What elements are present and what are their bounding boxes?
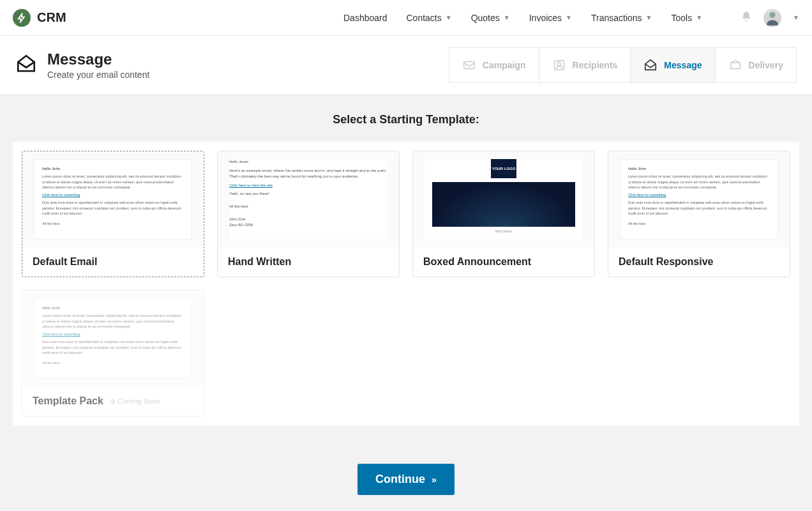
template-hand-written[interactable]: Hello Janet Here's an example email, whe…	[217, 151, 400, 277]
main-content: Select a Starting Template: Hello John L…	[0, 95, 812, 511]
step-recipients[interactable]: Recipients	[539, 47, 631, 83]
chevron-down-icon: ▼	[696, 14, 702, 21]
brand-name: CRM	[37, 10, 66, 25]
chevron-down-icon: ▼	[646, 14, 652, 21]
template-preview: YOUR LOGO Hello Martin	[413, 151, 594, 247]
chevron-down-icon[interactable]: ▼	[793, 14, 799, 21]
nav-tools[interactable]: Tools ▼	[672, 13, 703, 23]
template-preview: Hello John Lorem ipsum dolor sit amet, c…	[22, 151, 204, 247]
page-title: Message	[47, 50, 149, 68]
template-name: Template Pack	[33, 395, 103, 407]
template-name: Default Responsive	[619, 256, 713, 268]
logo-placeholder: YOUR LOGO	[491, 159, 516, 178]
template-name: Boxed Announcement	[423, 256, 531, 268]
coming-soon-badge: ⊘ Coming Soon	[110, 397, 160, 406]
chevron-down-icon: ▼	[446, 14, 452, 21]
section-title: Select a Starting Template:	[0, 113, 812, 126]
template-default-email[interactable]: Hello John Lorem ipsum dolor sit amet, c…	[22, 151, 204, 277]
step-message[interactable]: Message	[631, 47, 715, 83]
page-subheader: Message Create your email content Campai…	[0, 36, 812, 95]
page-subtitle: Create your email content	[47, 70, 149, 80]
svg-rect-1	[464, 62, 475, 69]
user-avatar[interactable]	[763, 9, 781, 27]
template-template-pack[interactable]: Hello John Lorem ipsum dolor sit amet, c…	[22, 290, 204, 416]
hero-image	[432, 182, 575, 227]
template-name: Default Email	[33, 256, 97, 268]
brand[interactable]: CRM	[13, 9, 66, 27]
template-name: Hand Written	[228, 256, 291, 268]
svg-point-3	[557, 62, 561, 66]
wizard-steps: Campaign Recipients Message Delivery	[449, 47, 797, 83]
main-nav: Dashboard Contacts ▼ Quotes ▼ Invoices ▼…	[343, 9, 799, 27]
template-boxed-announcement[interactable]: YOUR LOGO Hello Martin Boxed Announcemen…	[412, 151, 595, 277]
brand-logo-icon	[13, 9, 31, 27]
continue-button[interactable]: Continue »	[357, 464, 455, 495]
svg-point-0	[769, 11, 775, 17]
templates-panel: Hello John Lorem ipsum dolor sit amet, c…	[13, 142, 799, 425]
template-preview: Hello John Lorem ipsum dolor sit amet, c…	[608, 151, 790, 247]
notifications-icon[interactable]	[741, 11, 752, 25]
top-navbar: CRM Dashboard Contacts ▼ Quotes ▼ Invoic…	[0, 0, 812, 36]
nav-dashboard[interactable]: Dashboard	[343, 13, 387, 23]
nav-invoices[interactable]: Invoices ▼	[529, 13, 572, 23]
step-delivery[interactable]: Delivery	[716, 47, 797, 83]
nav-transactions[interactable]: Transactions ▼	[591, 13, 652, 23]
nav-contacts[interactable]: Contacts ▼	[407, 13, 452, 23]
template-preview: Hello John Lorem ipsum dolor sit amet, c…	[22, 291, 204, 386]
step-campaign[interactable]: Campaign	[449, 47, 539, 83]
chevron-down-icon: ▼	[566, 14, 572, 21]
template-default-responsive[interactable]: Hello John Lorem ipsum dolor sit amet, c…	[608, 151, 790, 277]
nav-quotes[interactable]: Quotes ▼	[471, 13, 510, 23]
chevron-down-icon: ▼	[504, 14, 510, 21]
mail-open-icon	[15, 53, 37, 77]
template-preview: Hello Janet Here's an example email, whe…	[218, 151, 399, 247]
chevron-right-double-icon: »	[432, 475, 437, 485]
